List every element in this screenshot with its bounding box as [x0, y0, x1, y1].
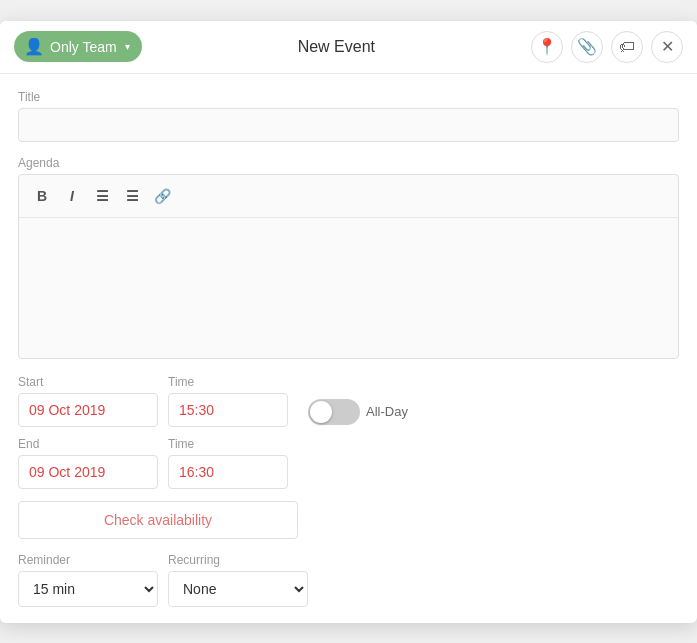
end-label: End: [18, 437, 158, 451]
attachment-button[interactable]: 📎: [571, 31, 603, 63]
toggle-track[interactable]: [308, 399, 360, 425]
agenda-section: Agenda B I ☰ ☰ 🔗: [18, 156, 679, 359]
end-date-input[interactable]: [18, 455, 158, 489]
team-button[interactable]: 👤 Only Team ▾: [14, 31, 142, 62]
toggle-thumb: [310, 401, 332, 423]
agenda-label: Agenda: [18, 156, 679, 170]
allday-label: All-Day: [366, 404, 408, 419]
start-time-input[interactable]: [168, 393, 288, 427]
event-modal: 👤 Only Team ▾ New Event 📍 📎 🏷 ✕ Title: [0, 21, 697, 623]
agenda-content[interactable]: [19, 218, 678, 358]
start-row: Start Time All-Day: [18, 375, 679, 427]
attachment-icon: 📎: [577, 37, 597, 56]
unordered-list-button[interactable]: ☰: [89, 183, 115, 209]
person-icon: 👤: [24, 37, 44, 56]
italic-icon: I: [70, 188, 74, 204]
chevron-down-icon: ▾: [125, 41, 130, 52]
unordered-list-icon: ☰: [96, 188, 109, 204]
end-time-label: Time: [168, 437, 288, 451]
options-row: Reminder 15 min Recurring None: [18, 553, 679, 607]
recurring-select[interactable]: None: [168, 571, 308, 607]
link-icon: 🔗: [154, 188, 171, 204]
recurring-label: Recurring: [168, 553, 308, 567]
tag-button[interactable]: 🏷: [611, 31, 643, 63]
reminder-select[interactable]: 15 min: [18, 571, 158, 607]
end-time-group: Time: [168, 437, 288, 489]
datetime-section: Start Time All-Day End: [18, 375, 679, 489]
modal-title: New Event: [142, 38, 531, 56]
start-label: Start: [18, 375, 158, 389]
link-button[interactable]: 🔗: [149, 183, 175, 209]
italic-button[interactable]: I: [59, 183, 85, 209]
ordered-list-button[interactable]: ☰: [119, 183, 145, 209]
location-button[interactable]: 📍: [531, 31, 563, 63]
start-date-group: Start: [18, 375, 158, 427]
location-icon: 📍: [537, 37, 557, 56]
close-button[interactable]: ✕: [651, 31, 683, 63]
editor-toolbar: B I ☰ ☰ 🔗: [19, 175, 678, 218]
check-availability-button[interactable]: Check availability: [18, 501, 298, 539]
reminder-group: Reminder 15 min: [18, 553, 158, 607]
end-row: End Time: [18, 437, 679, 489]
ordered-list-icon: ☰: [126, 188, 139, 204]
check-avail-label: Check availability: [104, 512, 212, 528]
reminder-label: Reminder: [18, 553, 158, 567]
recurring-group: Recurring None: [168, 553, 308, 607]
start-time-label: Time: [168, 375, 288, 389]
title-label: Title: [18, 90, 679, 104]
start-time-group: Time: [168, 375, 288, 427]
team-label: Only Team: [50, 39, 117, 55]
bold-button[interactable]: B: [29, 183, 55, 209]
tag-icon: 🏷: [619, 38, 635, 56]
title-input[interactable]: [18, 108, 679, 142]
bold-icon: B: [37, 188, 47, 204]
close-icon: ✕: [661, 37, 674, 56]
header-actions: 📍 📎 🏷 ✕: [531, 31, 683, 63]
modal-body: Title Agenda B I ☰ ☰: [0, 74, 697, 623]
allday-toggle[interactable]: All-Day: [308, 399, 408, 425]
end-time-input[interactable]: [168, 455, 288, 489]
end-date-group: End: [18, 437, 158, 489]
modal-header: 👤 Only Team ▾ New Event 📍 📎 🏷 ✕: [0, 21, 697, 74]
agenda-editor: B I ☰ ☰ 🔗: [18, 174, 679, 359]
start-date-input[interactable]: [18, 393, 158, 427]
